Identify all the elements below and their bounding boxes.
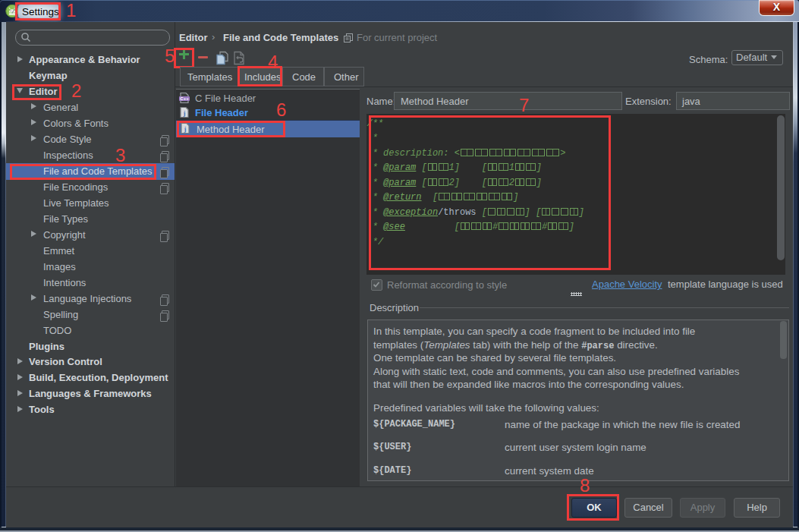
svg-text:C++: C++ (180, 96, 189, 101)
svg-text:j: j (183, 109, 186, 117)
